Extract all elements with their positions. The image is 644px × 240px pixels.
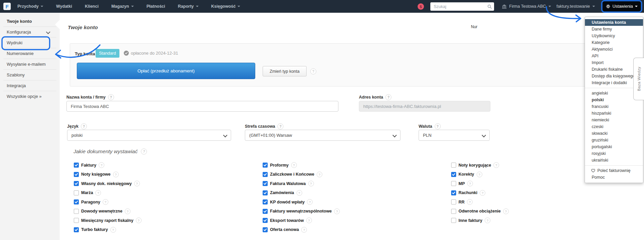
language-item[interactable]: portugalski (585, 143, 643, 150)
document-checkbox-row[interactable]: Noty księgowe ? (74, 172, 142, 177)
nav-item[interactable]: Płatności (140, 0, 172, 13)
sidebar-item[interactable]: Szablony (0, 70, 60, 80)
domain-menu[interactable]: faktury.testowanie (556, 0, 595, 13)
document-checkbox-row[interactable]: Odwrotne obciążenie ? (451, 209, 509, 214)
help-icon[interactable]: ? (485, 218, 490, 223)
help-icon[interactable]: ? (301, 227, 307, 233)
help-icon[interactable]: ? (81, 123, 87, 129)
checkbox[interactable] (74, 190, 79, 195)
document-checkbox-row[interactable]: Korekty ? (451, 172, 509, 177)
nav-item[interactable]: Magazyn (105, 0, 140, 13)
document-checkbox-row[interactable]: Zamówienia ? (263, 190, 340, 196)
help-icon[interactable]: ? (477, 172, 482, 177)
help-icon[interactable]: ? (291, 162, 297, 168)
checkbox[interactable] (74, 172, 79, 177)
checkbox[interactable] (74, 218, 79, 223)
document-checkbox-row[interactable]: KP dowód wpłaty ? (263, 199, 340, 205)
dropdown-item[interactable]: Ustawienia konta (585, 19, 643, 26)
nav-item[interactable]: Wydatki (50, 0, 78, 13)
sidebar-item[interactable]: Wysyłanie e-mailem (0, 59, 60, 70)
help-icon[interactable]: ? (99, 162, 104, 168)
help-icon[interactable]: ? (480, 190, 485, 196)
checkbox[interactable] (74, 209, 79, 214)
help-icon[interactable]: ? (503, 208, 509, 214)
checkbox[interactable] (74, 227, 79, 232)
language-item[interactable]: niemiecki (585, 117, 643, 123)
sidebar-item[interactable]: Numerowanie (0, 48, 60, 59)
language-item[interactable]: rosyjski (585, 150, 643, 157)
help-icon[interactable]: ? (113, 172, 119, 177)
document-checkbox-row[interactable]: Własny dok. nieksięgowy ? (74, 181, 142, 186)
change-account-type-button[interactable]: Zmień typ konta (263, 66, 307, 76)
checkbox[interactable] (263, 172, 268, 177)
document-checkbox-row[interactable]: Marża ? (74, 190, 142, 196)
sidebar-item[interactable]: Twoje konto (0, 16, 60, 27)
nav-item[interactable]: Raporty (171, 0, 205, 13)
checkbox[interactable] (263, 227, 268, 232)
help-icon[interactable]: ? (435, 123, 441, 129)
help-icon[interactable]: ? (308, 181, 314, 186)
help-icon[interactable]: ? (110, 227, 116, 233)
sidebar-item[interactable]: Integracja (0, 80, 60, 91)
document-checkbox-row[interactable]: Proformy ? (263, 163, 340, 168)
language-item[interactable]: francuski (585, 103, 643, 110)
help-icon[interactable]: ? (297, 190, 302, 196)
help-icon[interactable]: ? (125, 208, 130, 214)
checkbox[interactable] (451, 190, 456, 195)
help-icon[interactable]: ? (467, 199, 473, 205)
language-item[interactable]: hiszpański (585, 110, 643, 117)
checkbox[interactable] (451, 172, 456, 177)
document-checkbox-row[interactable]: Dowody wewnętrzne ? (74, 209, 142, 214)
checkbox[interactable] (263, 209, 268, 214)
help-icon[interactable]: ? (310, 68, 316, 74)
checkbox[interactable] (74, 199, 79, 204)
help-icon[interactable]: ? (385, 94, 391, 100)
help-icon[interactable]: ? (317, 172, 322, 177)
sidebar-item[interactable]: Konfiguracja (0, 27, 60, 38)
document-checkbox-row[interactable]: Rachunki ? (451, 190, 509, 196)
document-checkbox-row[interactable]: Eksport towarów ? (263, 218, 340, 223)
account-address-input[interactable] (359, 101, 490, 112)
currency-select[interactable]: PLN (419, 130, 490, 141)
help-icon[interactable]: ? (103, 199, 108, 205)
help-icon[interactable]: ? (95, 190, 101, 196)
dropdown-item[interactable]: Aktywności (585, 46, 643, 53)
company-menu[interactable]: Firma Testowa ABC (502, 0, 551, 13)
language-item[interactable]: gruziński (585, 137, 643, 143)
checkbox[interactable] (263, 218, 268, 223)
nav-item[interactable]: Klienci (78, 0, 105, 13)
checkbox[interactable] (451, 199, 456, 204)
search-input[interactable] (430, 2, 488, 11)
language-item[interactable]: ukraiński (585, 157, 643, 164)
document-checkbox-row[interactable]: RR ? (451, 199, 509, 205)
help-icon[interactable]: ? (307, 199, 313, 205)
dropdown-item[interactable]: Dane firmy (585, 26, 643, 33)
help-icon[interactable]: ? (134, 181, 140, 186)
checkbox[interactable] (451, 218, 456, 223)
document-checkbox-row[interactable]: Zaliczkowe i Końcowe ? (263, 172, 340, 177)
document-checkbox-row[interactable]: Paragony ? (74, 199, 142, 205)
checkbox[interactable] (263, 190, 268, 195)
plan-badge[interactable]: Standard (96, 49, 119, 58)
help-icon[interactable]: ? (467, 181, 473, 186)
document-checkbox-row[interactable]: Inne faktury ? (451, 218, 509, 223)
checkbox[interactable] (451, 163, 456, 168)
settings-button[interactable]: Ustawienia (603, 1, 641, 11)
dropdown-item[interactable]: Kategorie (585, 39, 643, 46)
checkbox[interactable] (451, 181, 456, 186)
sidebar-item[interactable]: Wydruki (0, 38, 60, 48)
help-icon[interactable]: ? (108, 94, 114, 100)
help-icon[interactable]: ? (136, 218, 142, 223)
help-icon[interactable]: ? (277, 123, 283, 129)
dropdown-footer-item[interactable]: Pomoc (585, 174, 643, 181)
search-icon[interactable] (487, 4, 492, 9)
document-checkbox-row[interactable]: Faktury wewnątrzwspólnotowe ? (263, 209, 340, 214)
checkbox[interactable] (74, 163, 79, 168)
sidebar-item[interactable]: Wszystkie opcje » (0, 91, 60, 102)
help-icon[interactable]: ? (493, 162, 499, 168)
language-item[interactable]: czeski (585, 123, 643, 130)
document-checkbox-row[interactable]: Faktury ? (74, 163, 142, 168)
document-checkbox-row[interactable]: Oferta cenowa ? (263, 227, 340, 233)
document-checkbox-row[interactable]: Miesięczny raport fiskalny ? (74, 218, 142, 223)
document-checkbox-row[interactable]: Faktura Walutowa ? (263, 181, 340, 186)
